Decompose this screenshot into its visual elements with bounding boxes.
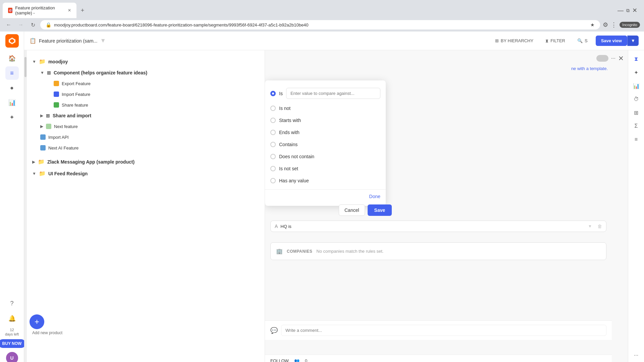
- save-button[interactable]: Save: [368, 204, 392, 216]
- filter-option-contains[interactable]: Contains: [265, 138, 386, 150]
- radio-is[interactable]: [270, 91, 276, 96]
- sidebar-icon-help[interactable]: ?: [5, 297, 19, 310]
- action-buttons: Cancel Save: [339, 204, 392, 216]
- right-icon-bar: ⧗ ✦ 📊 ⏱ ⊞ Σ ≡ ···: [628, 50, 644, 362]
- filter-has-any-value-label: Has any value: [279, 178, 309, 183]
- right-icon-layers[interactable]: ≡: [630, 133, 642, 145]
- hierarchy-button[interactable]: ⊞ BY HIERARCHY: [491, 36, 537, 45]
- filter-option-does-not-contain[interactable]: Does not contain: [265, 150, 386, 163]
- filter-option-is[interactable]: Is: [265, 84, 386, 102]
- sidebar-icon-notifications[interactable]: 🔔: [5, 312, 19, 325]
- radio-is-not[interactable]: [270, 106, 276, 111]
- filter-option-is-not[interactable]: Is not: [265, 102, 386, 114]
- right-icon-more: ···: [630, 349, 642, 361]
- share-import-group: ▶ ⊞ Share and import: [32, 110, 259, 121]
- comment-input[interactable]: [281, 325, 606, 336]
- search-button[interactable]: 🔍 S: [573, 36, 592, 45]
- follow-button[interactable]: FOLLOW: [270, 358, 289, 362]
- cancel-button[interactable]: Cancel: [339, 204, 365, 216]
- address-bar[interactable]: 🔒 moodjoy.productboard.com/feature-board…: [40, 20, 600, 29]
- back-button[interactable]: ←: [4, 20, 13, 29]
- toggle-switch[interactable]: [596, 55, 608, 62]
- maximize-button[interactable]: ⧉: [626, 8, 630, 13]
- right-icon-grid[interactable]: ⊞: [630, 107, 642, 119]
- sidebar-icon-home[interactable]: 🏠: [5, 52, 19, 65]
- hq-filter-dropdown[interactable]: ▼: [588, 224, 592, 229]
- hq-filter-delete[interactable]: 🗑: [597, 224, 602, 229]
- template-link[interactable]: ne with a template.: [571, 66, 608, 71]
- filter-value-input[interactable]: [286, 88, 380, 99]
- filter-option-starts-with[interactable]: Starts with: [265, 114, 386, 126]
- hq-filter-label: HQ is: [280, 224, 585, 229]
- radio-is-not-set[interactable]: [270, 166, 276, 171]
- feature-list: ▼ 📁 moodjoy ▼ ⊞ Component (helps organiz…: [27, 50, 265, 362]
- filter-option-has-any-value[interactable]: Has any value: [265, 175, 386, 187]
- list-item[interactable]: Export Feature: [48, 78, 259, 89]
- tab-title: Feature prioritization (sample) -: [15, 5, 65, 15]
- right-icon-star[interactable]: ✦: [630, 66, 642, 78]
- add-product-button[interactable]: +: [30, 314, 44, 329]
- save-view-dropdown[interactable]: ▼: [627, 36, 639, 46]
- extensions-button[interactable]: ⚙: [603, 21, 608, 28]
- buy-now-button[interactable]: BUY NOW: [0, 339, 25, 348]
- share-import-header[interactable]: ▶ ⊞ Share and import: [40, 110, 259, 121]
- sidebar-icon-features[interactable]: ≡: [5, 66, 19, 80]
- list-item[interactable]: Import API: [32, 132, 259, 142]
- filter-popup: Is Is not Starts with: [265, 80, 386, 206]
- right-icon-table[interactable]: 📊: [630, 80, 642, 92]
- ui-feed-header[interactable]: ▼ 📁 UI Feed Redesign: [32, 168, 259, 179]
- component-label: Component (helps organize feature ideas): [54, 70, 147, 75]
- radio-ends-with[interactable]: [270, 130, 276, 135]
- save-view-button[interactable]: Save view: [596, 36, 627, 46]
- left-scrollbar: [24, 50, 27, 362]
- filter-option-ends-with[interactable]: Ends with: [265, 126, 386, 138]
- list-item[interactable]: Share feature: [48, 100, 259, 110]
- right-icon-clock[interactable]: ⏱: [630, 93, 642, 105]
- sidebar-icon-integrations[interactable]: ✦: [5, 111, 19, 124]
- tab-close-button[interactable]: ✕: [68, 8, 71, 13]
- search-icon: 🔍: [577, 38, 583, 43]
- component-group: ▼ ⊞ Component (helps organize feature id…: [32, 67, 259, 110]
- app-logo: [5, 34, 19, 48]
- close-panel-button[interactable]: ✕: [618, 54, 624, 62]
- zlack-chevron: ▶: [32, 160, 35, 164]
- sidebar-icon-roadmap[interactable]: 📊: [5, 96, 19, 109]
- right-icon-more-button[interactable]: ···: [630, 349, 642, 361]
- scrollbar-thumb[interactable]: [24, 57, 26, 77]
- forward-button[interactable]: →: [16, 20, 25, 29]
- hq-filter-bar: A HQ is ▼ 🗑: [270, 221, 606, 232]
- more-menu-button[interactable]: ···: [611, 55, 615, 61]
- list-item[interactable]: Next AI Feature: [32, 142, 259, 153]
- more-options-button[interactable]: ⋮: [611, 21, 617, 28]
- app: 🏠 ≡ ● 📊 ✦ ? 🔔 12 days left BUY NOW U 📋 F…: [0, 32, 644, 362]
- reload-button[interactable]: ↻: [28, 20, 38, 29]
- root-chevron: ▼: [32, 59, 36, 64]
- filter-button[interactable]: ⧗ FILTER: [541, 36, 569, 46]
- done-button[interactable]: Done: [369, 194, 380, 199]
- radio-starts-with[interactable]: [270, 118, 276, 123]
- radio-does-not-contain[interactable]: [270, 154, 276, 159]
- new-tab-button[interactable]: +: [78, 6, 87, 15]
- incognito-badge: Incognito: [620, 22, 640, 28]
- filter-ends-with-label: Ends with: [279, 130, 300, 135]
- right-icon-sigma[interactable]: Σ: [630, 120, 642, 132]
- list-item[interactable]: ▶ Next feature: [32, 121, 259, 132]
- zlack-header[interactable]: ▶ 📁 Zlack Messaging App (sample product): [32, 156, 259, 168]
- followers-icon: 👥: [294, 358, 300, 362]
- filter-icon: ⧗: [545, 38, 548, 44]
- close-window-button[interactable]: ✕: [632, 7, 637, 14]
- radio-has-any-value[interactable]: [270, 178, 276, 183]
- root-group-header[interactable]: ▼ 📁 moodjoy: [32, 56, 259, 67]
- sidebar-icon-insights[interactable]: ●: [5, 81, 19, 95]
- active-tab[interactable]: 🎯 Feature prioritization (sample) - ✕: [3, 3, 76, 18]
- main-toolbar: 📋 Feature prioritization (sam... ▼ ⊞ BY …: [24, 32, 644, 50]
- filter-option-is-not-set[interactable]: Is not set: [265, 163, 386, 175]
- import-feature-label: Import Feature: [62, 92, 90, 97]
- list-item[interactable]: Import Feature: [48, 89, 259, 100]
- right-icon-filter[interactable]: ⧗: [630, 53, 642, 65]
- component-header[interactable]: ▼ ⊞ Component (helps organize feature id…: [40, 67, 259, 78]
- ui-feed-chevron: ▼: [32, 171, 36, 176]
- radio-contains[interactable]: [270, 142, 276, 147]
- user-avatar[interactable]: U: [6, 352, 18, 362]
- minimize-button[interactable]: —: [618, 7, 624, 14]
